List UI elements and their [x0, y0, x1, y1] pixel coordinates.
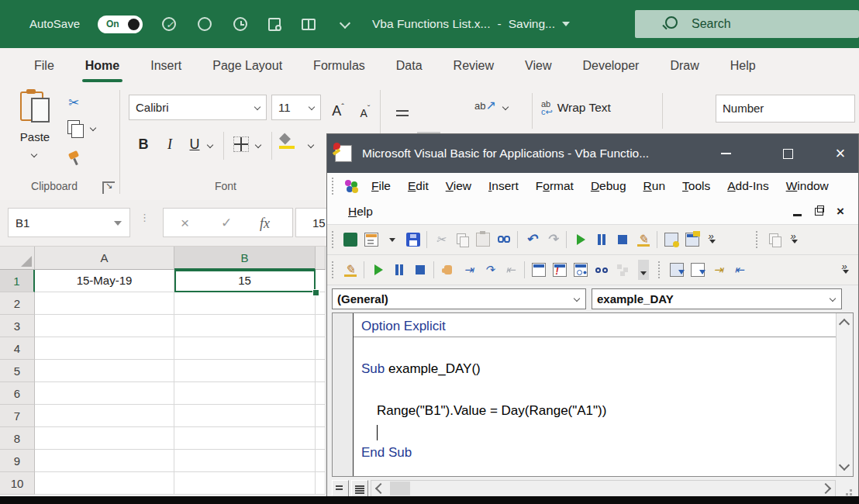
tab-review[interactable]: Review	[438, 48, 509, 84]
cell-b3[interactable]	[174, 315, 316, 337]
menu-file[interactable]: File	[363, 179, 399, 193]
cell-b8[interactable]	[174, 427, 316, 450]
orientation-button[interactable]: ab↗	[474, 98, 515, 118]
copy-button[interactable]	[451, 228, 472, 251]
menu-help[interactable]: Help	[340, 205, 381, 219]
step-over-button[interactable]: ↷	[479, 258, 500, 281]
row-header-8[interactable]: 8	[0, 427, 35, 450]
cell-partial[interactable]	[316, 315, 326, 337]
toolbar-options-button[interactable]	[702, 228, 723, 251]
clipboard-dialog-launcher[interactable]	[102, 181, 115, 194]
code-vertical-scrollbar[interactable]	[836, 313, 853, 476]
borders-dropdown-icon[interactable]	[255, 142, 261, 148]
code-line[interactable]	[354, 337, 837, 358]
cell-partial[interactable]	[316, 472, 326, 495]
menu-insert[interactable]: Insert	[480, 179, 527, 193]
cell-a7[interactable]	[35, 405, 174, 427]
cell-b7[interactable]	[174, 405, 316, 427]
paste-button[interactable]	[472, 228, 493, 251]
autosave-toggle[interactable]: On	[98, 16, 143, 33]
tab-draw[interactable]: Draw	[654, 48, 714, 84]
fill-color-button[interactable]	[279, 135, 299, 155]
properties-window-button[interactable]	[681, 228, 702, 251]
scroll-down-button[interactable]	[837, 459, 852, 475]
cell-a1[interactable]: 15-May-19	[35, 270, 174, 292]
reset-button[interactable]	[409, 258, 430, 281]
top-align-button[interactable]	[391, 105, 414, 132]
vba-close-button[interactable]: ×	[830, 134, 851, 173]
outdent-button[interactable]: ⇤	[729, 258, 750, 281]
search-input[interactable]: Search	[635, 10, 859, 38]
row-header-7[interactable]: 7	[0, 405, 35, 427]
toolbar-drag-handle[interactable]	[658, 261, 663, 278]
tab-view[interactable]: View	[509, 48, 567, 84]
tab-file[interactable]: File	[19, 48, 70, 84]
grow-font-button[interactable]: Aˆ	[326, 96, 350, 119]
cell-partial[interactable]	[316, 382, 326, 405]
vba-titlebar[interactable]: Microsoft Visual Basic for Applications …	[327, 134, 858, 173]
row-header-4[interactable]: 4	[0, 337, 35, 360]
clock-icon[interactable]	[233, 16, 250, 33]
vba-maximize-button[interactable]	[777, 134, 799, 173]
paste-button[interactable]: Paste	[12, 90, 57, 181]
row-header-1[interactable]: 1	[0, 270, 35, 292]
circle-icon[interactable]	[197, 16, 214, 33]
procedure-dropdown[interactable]: example_DAY	[592, 288, 842, 309]
paste-dropdown-icon[interactable]	[31, 151, 37, 157]
full-module-view-button[interactable]	[351, 480, 368, 497]
locals-window-button[interactable]	[528, 258, 549, 281]
toggle-breakpoint-button[interactable]	[437, 258, 458, 281]
toolbar-drag-handle[interactable]	[756, 231, 761, 248]
find-button[interactable]	[493, 228, 514, 251]
cell-a9[interactable]	[35, 450, 174, 472]
run-sub-button[interactable]	[570, 228, 591, 251]
tab-insert[interactable]: Insert	[135, 48, 197, 84]
design-mode-button[interactable]: ✎	[633, 228, 654, 251]
font-name-combo[interactable]: Calibri	[129, 95, 267, 120]
underline-dropdown-icon[interactable]	[207, 142, 213, 148]
row-header-5[interactable]: 5	[0, 360, 35, 382]
title-dropdown-icon[interactable]	[562, 22, 570, 30]
object-dropdown[interactable]: (General)	[332, 288, 586, 309]
cut-button[interactable]: ✂	[62, 91, 85, 113]
code-horizontal-scrollbar[interactable]	[371, 480, 836, 497]
immediate-window-button[interactable]	[549, 258, 570, 281]
checkmark-circle-icon[interactable]: ✓	[161, 16, 178, 33]
format-painter-button[interactable]	[62, 147, 85, 169]
menu-addins[interactable]: Add-Ins	[719, 179, 777, 193]
menu-view[interactable]: View	[437, 179, 480, 193]
indent-button[interactable]: ⇥	[708, 258, 729, 281]
child-minimize-button[interactable]	[793, 214, 802, 216]
code-margin-indicator-bar[interactable]	[333, 313, 354, 476]
cut-button[interactable]: ✂	[430, 228, 451, 251]
call-stack-button[interactable]	[612, 258, 633, 281]
cell-a3[interactable]	[35, 315, 174, 337]
code-editor[interactable]: Option ExplicitSub example_DAY()Range("B…	[354, 313, 837, 476]
resize-grip[interactable]	[843, 486, 852, 495]
comment-block-button[interactable]	[666, 258, 687, 281]
cell-partial[interactable]	[316, 427, 326, 450]
column-header-b[interactable]: B	[174, 247, 316, 270]
menu-window[interactable]: Window	[778, 179, 837, 193]
cell-a4[interactable]	[35, 337, 174, 360]
reset-button[interactable]	[612, 228, 633, 251]
toolbar-drag-handle[interactable]	[332, 231, 336, 248]
uncomment-block-button[interactable]	[687, 258, 708, 281]
insert-userform-button[interactable]	[361, 228, 381, 251]
redo-button[interactable]: ↷	[542, 228, 563, 251]
menubar-drag-handle[interactable]	[332, 178, 336, 195]
code-line[interactable]	[354, 379, 837, 400]
column-header-partial[interactable]	[316, 247, 326, 270]
cell-b5[interactable]	[174, 360, 316, 382]
menu-format[interactable]: Format	[527, 179, 582, 193]
procedure-view-button[interactable]	[332, 480, 349, 497]
italic-button[interactable]: I	[158, 133, 181, 155]
scroll-up-button[interactable]	[837, 315, 852, 330]
code-line[interactable]: Sub example_DAY()	[354, 358, 837, 379]
cell-a2[interactable]	[35, 292, 174, 315]
tab-data[interactable]: Data	[381, 48, 438, 84]
horizontal-scroll-thumb[interactable]	[390, 482, 410, 495]
watch-window-button[interactable]	[570, 258, 591, 281]
cell-partial[interactable]	[316, 405, 326, 427]
row-header-2[interactable]: 2	[0, 292, 35, 315]
